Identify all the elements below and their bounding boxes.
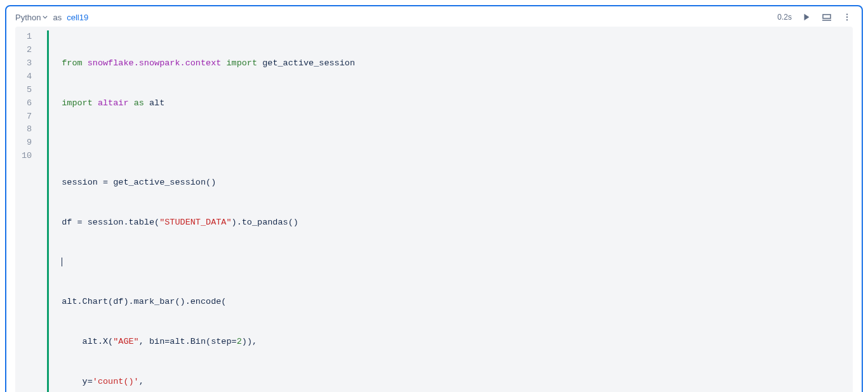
as-label: as <box>53 13 62 22</box>
more-menu-icon[interactable] <box>841 11 853 23</box>
text-cursor <box>62 258 62 266</box>
chevron-down-icon <box>43 15 48 20</box>
svg-rect-0 <box>823 15 831 18</box>
execution-time: 0.2s <box>777 13 792 22</box>
notebook-cell: Python as cell19 0.2s 1 2 3 <box>5 5 863 392</box>
code-editor[interactable]: 1 2 3 4 5 6 7 8 9 10 from snowflake.snow… <box>15 27 853 392</box>
line-number-gutter: 1 2 3 4 5 6 7 8 9 10 <box>15 30 41 392</box>
output-toggle-icon[interactable] <box>821 11 832 23</box>
run-button[interactable] <box>801 11 812 23</box>
code-content[interactable]: from snowflake.snowpark.context import g… <box>49 30 853 392</box>
svg-point-3 <box>846 16 848 18</box>
cell-header: Python as cell19 0.2s <box>6 6 862 27</box>
svg-point-4 <box>846 19 848 20</box>
language-label: Python <box>15 13 41 22</box>
language-selector[interactable]: Python <box>15 13 48 22</box>
svg-point-2 <box>846 13 848 15</box>
cell-name[interactable]: cell19 <box>67 13 88 22</box>
